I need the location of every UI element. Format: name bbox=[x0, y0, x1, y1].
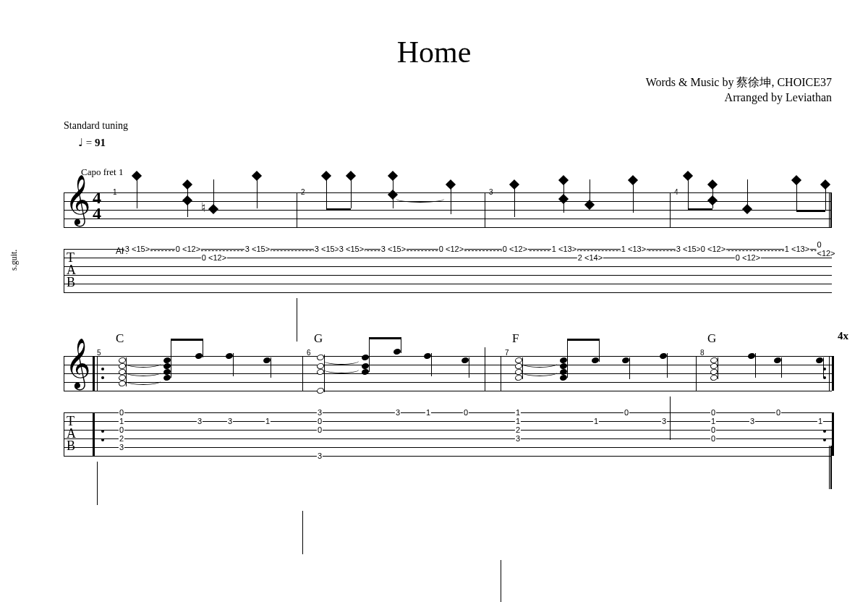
tab-fret: 0 bbox=[710, 425, 716, 434]
tab-fret: 0 bbox=[463, 408, 469, 417]
natural-accidental-icon: ♮ bbox=[201, 200, 205, 216]
system-1: s.guit. 𝄞 4 4 1 2 3 4 ♮ bbox=[29, 184, 839, 304]
repeat-end-icon bbox=[823, 424, 826, 447]
repeat-count: 4x bbox=[838, 330, 848, 342]
tab-fret: 0 <12> bbox=[438, 245, 464, 253]
timesig-top: 4 bbox=[93, 190, 101, 206]
instrument-label: s.guit. bbox=[9, 249, 20, 270]
treble-clef-icon: 𝄞 bbox=[65, 178, 90, 221]
staff-notation-1: 𝄞 4 4 1 2 3 4 ♮ bbox=[29, 184, 839, 236]
tab-b: B bbox=[67, 440, 77, 452]
tab-fret: 3 bbox=[197, 417, 203, 425]
tab-fret: 3 <15> bbox=[676, 245, 702, 253]
tab-fret: 1 <13> bbox=[551, 245, 577, 253]
tab-fret: 3 <15> bbox=[124, 245, 150, 253]
repeat-start-icon bbox=[101, 362, 104, 385]
tab-fret: 3 bbox=[227, 417, 233, 425]
tab-fret: 0 bbox=[119, 425, 124, 434]
timesig-bottom: 4 bbox=[93, 205, 101, 222]
tab-fret: 0 <12> bbox=[700, 245, 726, 253]
credits-block: Words & Music by 蔡徐坤, CHOICE37 Arranged … bbox=[0, 75, 832, 106]
tab-fret: 0 bbox=[119, 408, 124, 417]
tab-fret: 0 <12> bbox=[816, 240, 835, 258]
tab-fret: 1 bbox=[710, 417, 716, 425]
tab-fret: 0 bbox=[317, 417, 323, 425]
tab-fret: 0 bbox=[710, 408, 716, 417]
tab-fret: 0 bbox=[624, 408, 629, 417]
tab-fret: 1 <13> bbox=[784, 245, 810, 253]
tab-fret: 0 <12> bbox=[502, 245, 528, 253]
tab-staff-1: T A B 3 <15>0 <12>0 <12>3 <15>3 <15>3 <1… bbox=[29, 242, 839, 304]
tab-fret: 0 bbox=[710, 434, 716, 443]
tab-clef-icon: T A B bbox=[67, 415, 77, 452]
staff-lines bbox=[64, 192, 832, 227]
tab-fret: 3 bbox=[515, 434, 521, 443]
bar-number: 6 bbox=[307, 349, 311, 357]
bar-number: 4 bbox=[674, 188, 678, 196]
chord-label: G bbox=[707, 331, 716, 346]
bar-number: 3 bbox=[489, 188, 493, 196]
tab-clef-icon: T A B bbox=[67, 252, 77, 289]
system-2: 𝄞 C G F G 5 6 7 8 4x bbox=[29, 347, 839, 467]
tab-fret: 3 bbox=[661, 417, 667, 425]
tab-fret: 2 bbox=[119, 434, 124, 443]
tab-fret: 1 bbox=[265, 417, 271, 425]
tab-fret: 3 <15> bbox=[314, 245, 340, 253]
treble-clef-icon: 𝄞 bbox=[65, 342, 90, 385]
tab-staff-2: T A B 01023331300331011231030100301 bbox=[29, 405, 839, 467]
tab-b: B bbox=[67, 276, 77, 289]
chord-label: F bbox=[512, 331, 519, 346]
tab-fret: 1 bbox=[593, 417, 599, 425]
tab-fret: 1 bbox=[817, 417, 823, 425]
bar-number: 2 bbox=[301, 188, 305, 196]
credits-arranger: Arranged by Leviathan bbox=[0, 90, 832, 106]
tempo-equals: = bbox=[86, 137, 95, 148]
tab-fret: 0 <12> bbox=[201, 253, 227, 262]
tab-lines bbox=[64, 412, 832, 456]
tab-fret: 0 bbox=[317, 425, 323, 434]
tab-fret: 3 bbox=[749, 417, 755, 425]
staff-notation-2: 𝄞 C G F G 5 6 7 8 4x bbox=[29, 347, 839, 399]
tab-fret: 3 bbox=[317, 452, 323, 460]
capo-label: Capo fret 1 bbox=[81, 166, 868, 178]
tab-fret: 1 bbox=[515, 408, 521, 417]
bar-number: 7 bbox=[505, 349, 509, 357]
tempo-note-icon: ♩ bbox=[78, 137, 83, 148]
tab-fret: 3 <15> bbox=[380, 245, 407, 253]
tab-fret: 1 bbox=[119, 417, 124, 425]
tab-fret: 3 <15> bbox=[244, 245, 271, 253]
tab-fret: 1 <13> bbox=[621, 245, 647, 253]
bar-number: 8 bbox=[700, 349, 705, 357]
tab-fret: 0 bbox=[775, 408, 781, 417]
tab-lines bbox=[64, 249, 832, 292]
tempo-bpm: 91 bbox=[95, 137, 106, 148]
tab-fret: 3 bbox=[395, 408, 401, 417]
tab-fret: 2 bbox=[515, 425, 521, 434]
song-title: Home bbox=[0, 35, 868, 69]
tab-fret: 1 bbox=[425, 408, 431, 417]
tuning-label: Standard tuning bbox=[64, 120, 868, 132]
tab-fret: 1 bbox=[515, 417, 521, 425]
credits-words-music: Words & Music by 蔡徐坤, CHOICE37 bbox=[0, 75, 832, 90]
tab-fret: 3 bbox=[119, 443, 124, 452]
tab-fret: 0 <12> bbox=[175, 245, 201, 253]
tab-fret: 0 <12> bbox=[735, 253, 761, 262]
chord-label: C bbox=[116, 331, 124, 346]
chord-label: G bbox=[314, 331, 323, 346]
tab-fret: 3 bbox=[317, 408, 323, 417]
tempo-indicator: ♩ = 91 bbox=[78, 136, 868, 149]
repeat-start-icon bbox=[101, 424, 104, 447]
tab-fret: 2 <14> bbox=[577, 253, 603, 262]
time-signature: 4 4 bbox=[93, 190, 101, 223]
tab-fret: 3 <15> bbox=[339, 245, 365, 253]
bar-number: 1 bbox=[113, 188, 117, 196]
